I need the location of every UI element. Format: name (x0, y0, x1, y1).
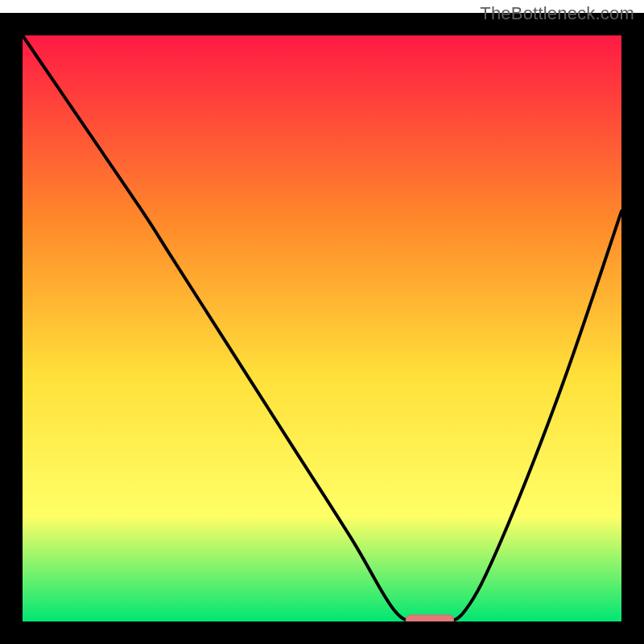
plot-background (23, 35, 621, 621)
watermark-text: TheBottleneck.com (480, 3, 634, 24)
chart-container: TheBottleneck.com (0, 0, 644, 644)
bottleneck-chart (0, 0, 644, 644)
